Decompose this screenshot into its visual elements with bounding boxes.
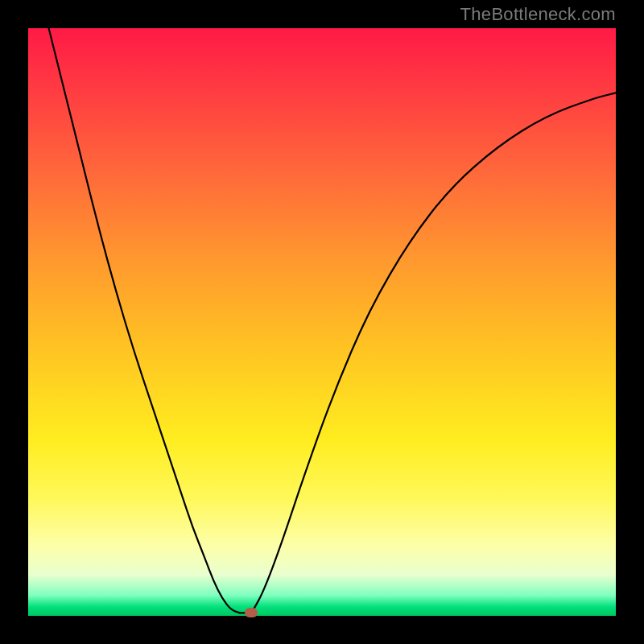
plot-area [28, 28, 616, 616]
chart-frame: TheBottleneck.com [0, 0, 644, 644]
curve-svg [28, 28, 616, 616]
bottleneck-curve [49, 28, 616, 613]
optimal-point-marker [245, 608, 258, 617]
watermark-text: TheBottleneck.com [460, 4, 616, 25]
